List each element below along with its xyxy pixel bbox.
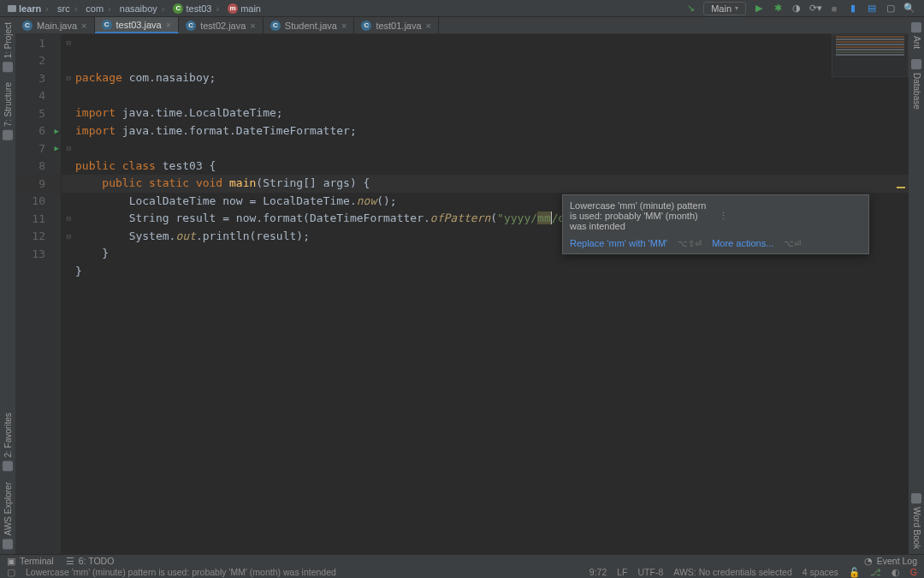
bottom-tool-bar: ▣Terminal ☰6: TODO ◔Event Log bbox=[0, 554, 924, 566]
run-line-icon[interactable]: ▶ bbox=[55, 144, 59, 152]
line-separator[interactable]: LF bbox=[617, 567, 627, 577]
java-class-icon: C bbox=[270, 21, 281, 31]
tab-test01[interactable]: Ctest01.java× bbox=[354, 17, 439, 33]
gutter[interactable]: 1⊟ 2 3⊟ 4 5 6▶ 7▶⊟ 8 9💡 10 11⊟ 12⊟ 13 bbox=[15, 34, 62, 554]
database-icon bbox=[911, 59, 921, 69]
crumb-method[interactable]: mmain bbox=[225, 3, 264, 14]
close-icon[interactable]: × bbox=[166, 20, 171, 30]
java-class-icon: C bbox=[102, 20, 112, 30]
todo-icon: ☰ bbox=[66, 556, 74, 566]
profile-icon[interactable]: ⟳▾ bbox=[809, 3, 821, 15]
aws-status[interactable]: AWS: No credentials selected bbox=[673, 567, 792, 577]
crumb-com[interactable]: com› bbox=[83, 3, 115, 14]
crumb-learn[interactable]: learn› bbox=[5, 3, 53, 14]
class-icon: C bbox=[173, 3, 183, 14]
breadcrumb[interactable]: learn› src› com› nasaiboy› Ctest03› mmai… bbox=[5, 3, 684, 14]
more-options-icon[interactable]: ⋮ bbox=[714, 211, 862, 222]
run-config-select[interactable]: Main▾ bbox=[703, 2, 746, 15]
close-icon[interactable]: × bbox=[250, 21, 255, 31]
java-class-icon: C bbox=[361, 21, 371, 31]
vcs-icon[interactable]: ▮ bbox=[847, 3, 859, 15]
java-class-icon: C bbox=[22, 21, 33, 31]
stop-icon[interactable]: ■ bbox=[828, 3, 840, 15]
tool-database[interactable]: Database bbox=[911, 54, 921, 115]
google-icon[interactable]: G bbox=[910, 567, 917, 577]
inspection-hint-popup: Lowercase 'mm' (minute) pattern is used:… bbox=[562, 194, 869, 254]
crumb-class[interactable]: Ctest03› bbox=[170, 3, 223, 14]
tool-terminal[interactable]: ▣Terminal bbox=[7, 556, 54, 566]
search-everywhere-icon[interactable]: 🔍 bbox=[903, 3, 915, 15]
editor-area: 1⊟ 2 3⊟ 4 5 6▶ 7▶⊟ 8 9💡 10 11⊟ 12⊟ 13 pa… bbox=[15, 34, 909, 554]
aws-explorer-icon bbox=[3, 539, 13, 549]
close-icon[interactable]: × bbox=[81, 21, 86, 31]
navigation-bar: learn› src› com› nasaiboy› Ctest03› mmai… bbox=[0, 0, 924, 17]
tool-aws-explorer[interactable]: AWS Explorer bbox=[3, 477, 13, 554]
quick-fix-link[interactable]: Replace 'mm' with 'MM' bbox=[570, 238, 667, 248]
readonly-toggle-icon[interactable]: 🔓 bbox=[849, 567, 860, 578]
file-encoding[interactable]: UTF-8 bbox=[638, 567, 664, 577]
tab-student[interactable]: CStudent.java× bbox=[264, 17, 355, 33]
tab-test03[interactable]: Ctest03.java× bbox=[95, 17, 180, 33]
shortcut-label: ⌥⏎ bbox=[784, 239, 801, 248]
coverage-icon[interactable]: ◑ bbox=[791, 3, 803, 15]
structure-icon bbox=[3, 130, 13, 140]
tool-word-book[interactable]: Word Book bbox=[911, 488, 921, 554]
tool-event-log[interactable]: ◔Event Log bbox=[864, 556, 917, 566]
shortcut-label: ⌥⇧⏎ bbox=[678, 239, 702, 248]
debug-icon[interactable]: ✱ bbox=[772, 3, 784, 15]
layout-icon[interactable]: ▢ bbox=[885, 3, 897, 15]
status-message: Lowercase 'mm' (minute) pattern is used:… bbox=[26, 567, 336, 577]
tool-project[interactable]: 1: Project bbox=[3, 17, 13, 77]
memory-indicator-icon[interactable]: ◐ bbox=[891, 567, 900, 577]
status-bar: ▢ Lowercase 'mm' (minute) pattern is use… bbox=[0, 566, 924, 578]
tab-test02[interactable]: Ctest02.java× bbox=[179, 17, 264, 33]
tool-ant[interactable]: Ant bbox=[911, 17, 921, 54]
editor-tabs: CMain.java× Ctest03.java× Ctest02.java× … bbox=[0, 17, 924, 34]
method-icon: m bbox=[228, 3, 238, 14]
run-line-icon[interactable]: ▶ bbox=[55, 127, 59, 135]
close-icon[interactable]: × bbox=[426, 21, 431, 31]
run-icon[interactable]: ▶ bbox=[753, 3, 765, 15]
favorites-icon bbox=[3, 462, 13, 472]
more-actions-link[interactable]: More actions... bbox=[712, 238, 773, 248]
crumb-src[interactable]: src› bbox=[55, 3, 81, 14]
word-book-icon bbox=[911, 493, 921, 504]
right-tool-strip: Ant Database Word Book bbox=[909, 17, 924, 554]
tool-favorites[interactable]: 2: Favorites bbox=[3, 408, 13, 476]
project-icon bbox=[3, 62, 13, 72]
ant-icon bbox=[911, 22, 921, 33]
toolbar-right: ↘ Main▾ ▶ ✱ ◑ ⟳▾ ■ ▮ ▤ ▢ 🔍 bbox=[684, 2, 919, 15]
tool-structure[interactable]: 7: Structure bbox=[3, 77, 13, 146]
build-icon[interactable]: ↘ bbox=[684, 3, 696, 15]
caret-position[interactable]: 9:72 bbox=[589, 567, 607, 577]
indent-info[interactable]: 4 spaces bbox=[803, 567, 838, 577]
close-icon[interactable]: × bbox=[341, 21, 346, 31]
tool-todo[interactable]: ☰6: TODO bbox=[66, 556, 115, 566]
left-tool-strip: 1: Project 7: Structure 2: Favorites AWS… bbox=[0, 17, 15, 554]
folder-icon bbox=[8, 5, 16, 12]
code-editor[interactable]: package com.nasaiboy; import java.time.L… bbox=[62, 34, 909, 554]
tool-window-toggle-icon[interactable]: ▢ bbox=[7, 567, 15, 577]
aws-icon[interactable]: ▤ bbox=[866, 3, 878, 15]
hint-message: Lowercase 'mm' (minute) pattern is used:… bbox=[570, 200, 714, 231]
tab-main[interactable]: CMain.java× bbox=[15, 17, 95, 33]
crumb-nasaiboy[interactable]: nasaiboy› bbox=[117, 3, 169, 14]
git-icon[interactable]: ⎇ bbox=[870, 567, 881, 577]
java-class-icon: C bbox=[186, 21, 196, 31]
terminal-icon: ▣ bbox=[7, 556, 15, 566]
event-log-icon: ◔ bbox=[864, 556, 873, 566]
